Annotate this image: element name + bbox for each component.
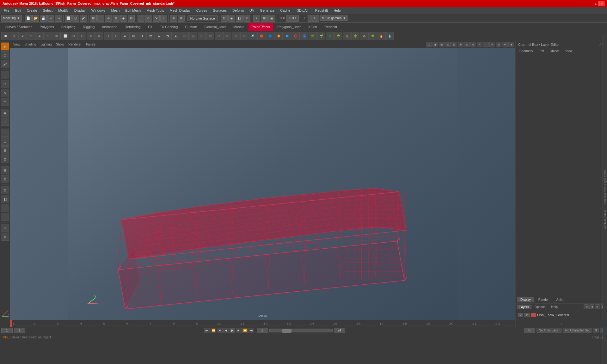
open-btn[interactable]: 📂 [32,15,39,22]
options-tab[interactable]: Options [532,305,548,309]
play-fwd-btn[interactable]: ▶ [230,328,235,333]
smooth-btn[interactable]: ◉ [228,15,235,22]
menu-generate[interactable]: Generate [257,8,277,13]
playback-start-input[interactable] [1,328,13,333]
menu-curves[interactable]: Curves [194,8,210,13]
playback-settings-btn[interactable]: ⚙ [593,328,599,333]
tab-sculpting[interactable]: Sculpting [58,23,79,31]
snap-curve-btn[interactable]: ⌒ [97,15,104,22]
range-end-input[interactable] [334,328,345,333]
tool-icon-2[interactable]: ⊙ [10,32,18,40]
viewport-menu-renderer[interactable]: Renderer [66,42,83,47]
extra-btn1[interactable]: ⊕ [1,224,9,232]
tool-icon-43[interactable]: 🌾 [360,32,368,40]
viewport-menu-panels[interactable]: Panels [84,42,98,47]
snap-live-btn[interactable]: ◈ [120,15,127,22]
cam-btn2[interactable]: ⊞ [261,15,268,22]
tool-icon-20[interactable]: ⬔ [163,32,172,40]
tool-icon-15[interactable]: ◉ [121,32,129,40]
tool-icon-1[interactable]: 🔲 [1,32,9,40]
soft-select-tool[interactable]: ◉ [1,109,9,117]
menu-mesh[interactable]: Mesh [108,8,122,13]
tool-icon-25[interactable]: ◳ [206,32,214,40]
tool-icon-26[interactable]: ◴ [215,32,223,40]
timeline-track[interactable]: 1 2 3 4 5 6 7 8 9 10 11 12 13 14 15 16 1… [10,320,515,327]
tool-icon-34[interactable]: 🔷 [283,32,291,40]
show-grid-btn[interactable]: ⊛ [1,186,9,194]
close-btn[interactable]: ✕ [599,1,604,6]
tool-icon-18[interactable]: ⬒ [146,32,155,40]
go-start-btn[interactable]: ⏮ [204,328,210,333]
next-frame-btn[interactable]: ► [236,328,242,333]
attr-editor-side-label[interactable]: Attribute Editor [604,210,607,229]
universal-btn[interactable]: ✛ [160,15,167,22]
frame-input[interactable]: 0.00 [286,15,299,22]
layer-fwd-btn[interactable]: ► [595,304,600,309]
show-manip-tool[interactable]: ⊞ [1,118,9,126]
tool-icon-24[interactable]: ◲ [198,32,206,40]
tool-icon-13[interactable]: ⊡ [104,32,112,40]
ipr-render[interactable]: ⊗ [1,175,9,183]
tool-icon-30[interactable]: 🌊 [249,32,257,40]
scale-input[interactable]: 1.00 [308,15,319,22]
menu-file[interactable]: File [1,8,12,13]
menu-cache[interactable]: Cache [278,8,293,13]
tool-icon-27[interactable]: ◵ [223,32,231,40]
menu-select[interactable]: Select [40,8,55,13]
tool-icon-16[interactable]: ◧ [129,32,138,40]
tool-icon-5[interactable]: ◈ [35,32,44,40]
layer-visibility-btn[interactable]: V [518,313,523,317]
tool-icon-28[interactable]: ◶ [232,32,240,40]
menu-edit[interactable]: Edit [13,8,24,13]
snap-surface-btn[interactable]: ⊠ [113,15,120,22]
tool-icon-9[interactable]: ⊠ [70,32,78,40]
ipr-btn[interactable]: ⊗ [178,15,185,22]
channel-box-side-label[interactable]: Channel Box / Layer Editor [604,170,607,204]
tab-curves-surfaces[interactable]: Curves / Surfaces [1,23,36,31]
tool-icon-4[interactable]: ✏ [27,32,35,40]
prev-key-btn[interactable]: ⏪ [211,328,216,333]
prev-frame-btn[interactable]: ◄ [217,328,223,333]
menu-windows[interactable]: Windows [89,8,108,13]
vp-btn-5[interactable]: ⊟ [451,42,457,47]
tool-icon-36[interactable]: 🌀 [300,32,308,40]
paint-tool[interactable]: 🖌 [1,60,9,68]
tool-icon-8[interactable]: ⬜ [61,32,69,40]
menu-help[interactable]: Help [331,8,343,13]
viewport-canvas[interactable]: X Y persp [10,48,515,320]
tool-icon-41[interactable]: 🌴 [343,32,351,40]
viewport-menu-shading[interactable]: Shading [23,42,38,47]
menu-uv[interactable]: UV [247,8,257,13]
mel-label[interactable]: MEL [1,336,11,339]
menu-edit-mesh[interactable]: Edit Mesh [123,8,143,13]
tab-polygons-user[interactable]: Polygons_User [274,23,304,31]
mode-dropdown[interactable]: Modeling ▼ [1,15,22,22]
object-tab[interactable]: Object [547,49,561,53]
snap-point-btn[interactable]: ⊙ [105,15,112,22]
menu-display[interactable]: Display [72,8,88,13]
menu-surfaces[interactable]: Surfaces [211,8,229,13]
menu-mesh-tools[interactable]: Mesh Tools [144,8,166,13]
tool-icon-31[interactable]: 🔴 [257,32,266,40]
tab-muscle[interactable]: Muscle [230,23,248,31]
tab-paint-effects[interactable]: PaintEffects [248,23,274,31]
texture-btn[interactable]: ◧ [236,15,243,22]
snap-grid-btn[interactable]: ⊞ [90,15,97,22]
render-region[interactable]: ⊕ [1,166,9,174]
menu-create[interactable]: Create [24,8,40,13]
paint-select-btn[interactable]: 🖌 [80,15,87,22]
ortho-btn[interactable]: ⊟ [1,213,9,221]
vp-btn-8[interactable]: ⊛ [470,42,476,47]
render-tab[interactable]: Render [535,297,552,302]
help-tab[interactable]: Help [549,305,560,309]
vp-btn-14[interactable]: ◈ [508,42,514,47]
range-slider[interactable] [269,329,333,332]
cam-btn3[interactable]: ▣ [268,15,275,22]
edit-tab[interactable]: Edit [536,49,546,53]
menu-3dtall[interactable]: -3DtoAll- [293,8,312,13]
layers-tab[interactable]: Layers [517,305,531,309]
tool-icon-19[interactable]: ⬓ [155,32,163,40]
char-set-field[interactable]: No Character Set [563,328,592,333]
vp-btn-1[interactable]: ⊡ [426,42,432,47]
save-btn[interactable]: 💾 [40,15,47,22]
